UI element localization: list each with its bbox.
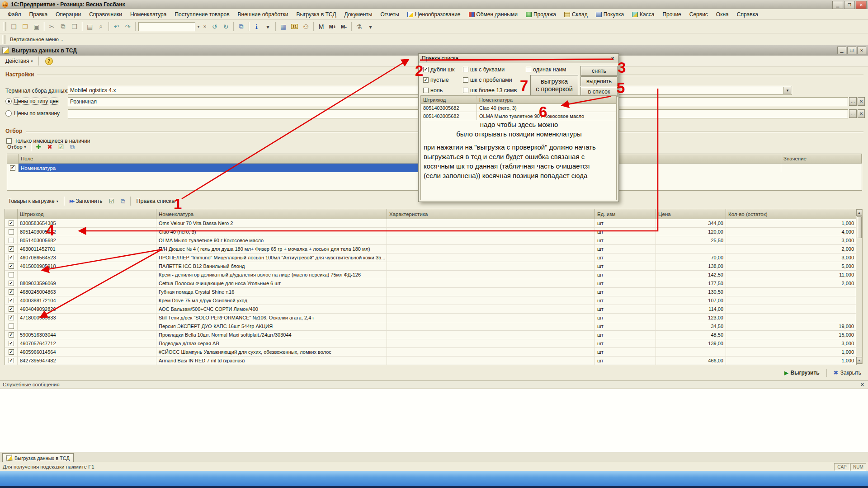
m-plus-button[interactable]: М+: [327, 21, 338, 32]
price-shop-ellipsis-button[interactable]: …: [849, 109, 857, 118]
dialog-grid-row[interactable]: 8051403005682OLMA Мыло туалетное 90 г Ко…: [421, 112, 616, 120]
goods-column-header[interactable]: Штрихкод: [18, 209, 156, 219]
goods-unit-cell[interactable]: шт: [595, 314, 656, 322]
price-type-radio[interactable]: Цены по типу цен: [5, 98, 59, 104]
goods-price-cell[interactable]: 114,00: [656, 305, 726, 313]
goods-barcode-cell[interactable]: [18, 322, 156, 330]
goods-row-checkbox-cell[interactable]: [5, 296, 18, 305]
goods-row[interactable]: 8427395947482Armand Basi IN RED 7 ml td …: [5, 357, 856, 365]
menu-item-Прочие[interactable]: Прочие: [658, 10, 685, 19]
menu-item-Номенклатура[interactable]: Номенклатура: [126, 10, 171, 19]
messages-close-icon[interactable]: ✕: [860, 382, 864, 388]
users-icon[interactable]: ⚇: [300, 21, 311, 32]
search-input[interactable]: [138, 22, 195, 31]
menu-item-Документы[interactable]: Документы: [340, 10, 377, 19]
goods-char-cell[interactable]: [387, 219, 595, 227]
print-preview-icon[interactable]: ⌕: [95, 21, 107, 32]
goods-qty-cell[interactable]: 19,000: [726, 322, 856, 330]
combo-dropdown-icon[interactable]: ▼: [783, 87, 791, 94]
goods-row[interactable]: Крем - депилятор деликатный д/удаления в…: [5, 271, 856, 279]
upload-with-check-button[interactable]: выгрузка с проверкой: [530, 75, 578, 96]
goods-qty-cell[interactable]: 2,000: [726, 279, 856, 287]
goods-row-checkbox-cell[interactable]: [5, 314, 18, 322]
new-doc-icon[interactable]: ❏: [8, 21, 19, 32]
goods-char-cell[interactable]: [387, 253, 595, 262]
filter-menu-button[interactable]: Отбор ▾: [5, 143, 29, 151]
uncheck-button[interactable]: снять: [580, 66, 618, 76]
copy-list-icon[interactable]: ⧉: [67, 141, 78, 153]
search-clear-icon[interactable]: ✕: [202, 22, 208, 31]
goods-name-cell[interactable]: ПРОПЕЛЛЕР "Immuno" Мицеллярный лосьон 10…: [156, 253, 387, 262]
goods-name-cell[interactable]: Губная помада Crystal Shine т.16: [156, 288, 387, 296]
edit-list-button[interactable]: Правка списка: [132, 196, 178, 206]
tools-dropdown-icon[interactable]: ▾: [365, 21, 376, 32]
goods-row[interactable]: 5900516303044Прокладки Bella 10шт. Norma…: [5, 331, 856, 339]
goods-column-header[interactable]: Цена: [656, 209, 726, 219]
goods-column-header[interactable]: Ед. изм: [595, 209, 656, 219]
goods-unit-cell[interactable]: шт: [595, 236, 656, 244]
goods-price-cell[interactable]: 34,50: [656, 322, 726, 330]
goods-qty-cell[interactable]: [726, 314, 856, 322]
goods-column-header[interactable]: Номенклатура: [156, 209, 387, 219]
goods-price-cell[interactable]: 142,50: [656, 271, 726, 279]
goods-row[interactable]: 4718000985833Still Тени д/век "SOLO PERF…: [5, 314, 856, 322]
goods-unit-cell[interactable]: шт: [595, 305, 656, 313]
goods-row[interactable]: 4680245004863Губная помада Crystal Shine…: [5, 288, 856, 296]
goods-row-checkbox-cell[interactable]: [5, 271, 18, 279]
goods-unit-cell[interactable]: шт: [595, 228, 656, 236]
menu-item-Внешние обработки[interactable]: Внешние обработки: [234, 10, 292, 19]
info-icon[interactable]: ℹ: [251, 21, 262, 32]
goods-barcode-cell[interactable]: 4604049092826: [18, 305, 156, 313]
calc-icon[interactable]: ▦: [278, 21, 289, 32]
goods-char-cell[interactable]: [387, 314, 595, 322]
goods-row[interactable]: 8308583654385Oms Velour 70 Vita Bassa Ne…: [5, 219, 856, 228]
price-shop-radio[interactable]: Цены по магазину: [5, 110, 60, 117]
info-dropdown-icon[interactable]: ▾: [262, 21, 274, 32]
redo-icon[interactable]: ↷: [122, 21, 133, 32]
dialog-checkbox-пустые[interactable]: пустые: [423, 77, 449, 83]
goods-row[interactable]: 4000388172104Крем Dove 75 мл д/рук Основ…: [5, 296, 856, 305]
goods-price-cell[interactable]: 138,00: [656, 262, 726, 270]
goods-price-cell[interactable]: [656, 348, 726, 356]
goods-unit-cell[interactable]: шт: [595, 322, 656, 330]
goods-row-checkbox-cell[interactable]: [5, 331, 18, 339]
goods-price-cell[interactable]: 177,50: [656, 279, 726, 287]
copy-check-icon[interactable]: ☑: [56, 141, 67, 153]
goods-row-checkbox-cell[interactable]: [5, 288, 18, 296]
goods-price-cell[interactable]: 344,00: [656, 219, 726, 227]
dialog-grid-name-header[interactable]: Номенклатура: [477, 96, 616, 103]
dialog-checkbox-одинак наим[interactable]: одинак наим: [526, 66, 566, 73]
copy-check-icon[interactable]: ☑: [106, 196, 117, 207]
filter-column-header[interactable]: Значение: [781, 154, 862, 163]
vertical-menu-button[interactable]: Вертикальное меню ⌄: [7, 36, 66, 43]
menu-item-Файл[interactable]: Файл: [4, 10, 25, 19]
goods-qty-cell[interactable]: 1,000: [726, 357, 856, 365]
menu-item-Справка[interactable]: Справка: [733, 10, 762, 19]
goods-barcode-cell[interactable]: 8427395947482: [18, 357, 156, 365]
goods-qty-cell[interactable]: [726, 288, 856, 296]
goods-barcode-cell[interactable]: 5900516303044: [18, 331, 156, 339]
goods-qty-cell[interactable]: 3,000: [726, 253, 856, 262]
goods-name-cell[interactable]: #СЙОСС Шампунь Увлажняющий для сухих, об…: [156, 348, 387, 356]
copy-list-icon[interactable]: ⧉: [117, 196, 128, 207]
price-type-clear-button[interactable]: ✕: [858, 97, 865, 106]
goods-unit-cell[interactable]: шт: [595, 331, 656, 339]
fill-button[interactable]: ▶▶ Заполнить: [66, 196, 106, 206]
menu-item-Отчеты[interactable]: Отчеты: [376, 10, 403, 19]
goods-row-checkbox-cell[interactable]: [5, 236, 18, 244]
dialog-grid-barcode-cell[interactable]: 8051403005682: [421, 104, 477, 112]
goods-row[interactable]: 4630011452701П/Н Дюшес № 4 ( гель для ду…: [5, 245, 856, 253]
goods-qty-cell[interactable]: 3,000: [726, 339, 856, 347]
goods-qty-cell[interactable]: [726, 305, 856, 313]
menu-item-Справочники[interactable]: Справочники: [85, 10, 126, 19]
goods-price-cell[interactable]: 48,50: [656, 331, 726, 339]
goods-char-cell[interactable]: [387, 228, 595, 236]
goods-price-cell[interactable]: 120,00: [656, 228, 726, 236]
goods-name-cell[interactable]: OLMA Мыло туалетное 90 г Кокосовое масло: [156, 236, 387, 244]
save-icon[interactable]: ▣: [31, 21, 42, 32]
goods-row-checkbox-cell[interactable]: [5, 228, 18, 236]
goods-qty-cell[interactable]: 4,000: [726, 228, 856, 236]
price-shop-clear-button[interactable]: ✕: [858, 109, 865, 118]
goods-price-cell[interactable]: 139,00: [656, 339, 726, 347]
goods-row-checkbox-cell[interactable]: [5, 279, 18, 287]
